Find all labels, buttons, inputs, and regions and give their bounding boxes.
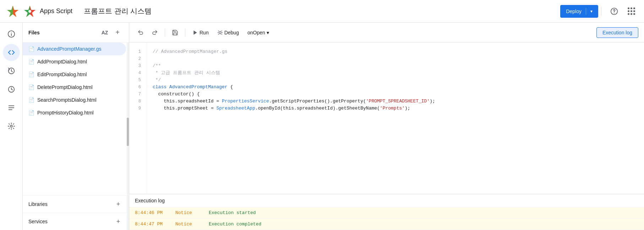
file-name-search-prompts: SearchPromptsDialog.html (37, 97, 97, 103)
deploy-chevron-icon: ▾ (590, 9, 593, 14)
log-time-2: 8:44:47 PM (135, 221, 167, 227)
debug-button[interactable]: Debug (214, 28, 242, 37)
file-list: 📄 AdvancedPromptManager.gs 📄 AddPromptDi… (23, 43, 129, 195)
executions-icon (7, 104, 15, 112)
function-dropdown-icon: ▾ (267, 30, 269, 35)
services-label: Services (28, 219, 113, 224)
run-icon (192, 30, 198, 35)
deploy-button[interactable]: Deploy ▾ (560, 5, 598, 18)
line-num-4: 4 (129, 69, 141, 77)
html-file-icon-1: 📄 (28, 59, 34, 64)
line-num-9: 9 (129, 105, 141, 112)
execution-log-entries: 8:44:46 PM Notice Execution started 8:44… (129, 207, 644, 230)
files-panel: Files AZ + 📄 AdvancedPromptManager.gs 📄 … (23, 23, 129, 230)
sidebar-icon-triggers[interactable] (3, 81, 20, 98)
editor-toolbar: Run Debug onOpen ▾ Execution log (129, 23, 644, 43)
line-num-8: 8 (129, 98, 141, 105)
header: Apps Script 프롬프트 관리 시스템 Deploy ▾ (0, 0, 644, 23)
line-num-1: 1 (129, 48, 141, 55)
run-label: Run (200, 30, 209, 35)
app-title: Apps Script (40, 7, 72, 15)
file-item-edit-prompt-dialog[interactable]: 📄 EditPromptDialog.html (23, 68, 126, 81)
history-icon (7, 67, 15, 75)
save-icon (172, 29, 178, 36)
log-time-1: 8:44:46 PM (135, 210, 167, 215)
sidebar-icons (0, 23, 23, 230)
sort-files-button[interactable]: AZ (99, 27, 110, 38)
logo: Apps Script (6, 4, 72, 18)
execution-log-button[interactable]: Execution log (596, 27, 638, 38)
log-level-1: Notice (175, 210, 200, 215)
info-icon (7, 30, 15, 38)
help-button[interactable] (607, 4, 621, 18)
services-section-header[interactable]: Services + (23, 213, 129, 230)
log-message-2: Execution completed (209, 221, 261, 227)
html-file-icon-3: 📄 (28, 84, 34, 90)
project-title: 프롬프트 관리 시스템 (84, 6, 152, 16)
debug-label: Debug (224, 30, 239, 35)
run-button[interactable]: Run (190, 28, 212, 37)
toolbar-separator-2 (185, 28, 185, 37)
gs-file-icon: 📄 (28, 46, 34, 52)
deploy-divider (586, 8, 586, 15)
html-file-icon-4: 📄 (28, 97, 34, 103)
file-item-prompt-history-dialog[interactable]: 📄 PromptHistoryDialog.html (23, 106, 126, 119)
log-entry-2: 8:44:47 PM Notice Execution completed (129, 219, 644, 230)
execution-log-panel: Execution log 8:44:46 PM Notice Executio… (129, 194, 644, 230)
sidebar-icon-code[interactable] (3, 44, 20, 61)
undo-button[interactable] (135, 27, 146, 38)
svg-point-6 (614, 13, 615, 13)
file-item-delete-prompt-dialog[interactable]: 📄 DeletePromptDialog.html (23, 81, 126, 94)
line-numbers: 1 2 3 4 5 6 7 8 9 (129, 43, 147, 194)
help-icon (610, 7, 618, 15)
file-item-add-prompt-dialog[interactable]: 📄 AddPromptDialog.html (23, 55, 126, 68)
file-name-advanced: AdvancedPromptManager.gs (37, 46, 102, 52)
files-header-icons: AZ + (99, 27, 123, 38)
scroll-thumb[interactable] (127, 118, 129, 146)
apps-menu-button[interactable] (624, 4, 638, 18)
line-num-2: 2 (129, 55, 141, 62)
clock-icon (7, 85, 15, 93)
sidebar-icon-settings[interactable] (3, 118, 20, 135)
log-message-1: Execution started (209, 210, 256, 215)
svg-point-17 (219, 32, 221, 33)
svg-point-15 (10, 125, 12, 127)
files-header: Files AZ + (23, 23, 129, 43)
redo-icon (152, 29, 158, 36)
file-name-delete-prompt: DeletePromptDialog.html (37, 84, 93, 90)
libraries-section-header[interactable]: Libraries + (23, 195, 129, 213)
file-item-search-prompts-dialog[interactable]: 📄 SearchPromptsDialog.html (23, 94, 126, 106)
exec-log-label: Execution log (602, 30, 632, 35)
add-service-button[interactable]: + (113, 217, 123, 226)
log-level-2: Notice (175, 221, 200, 227)
redo-button[interactable] (149, 27, 160, 38)
add-icon: + (115, 28, 120, 37)
file-item-advanced-prompt-manager[interactable]: 📄 AdvancedPromptManager.gs (23, 43, 126, 55)
undo-icon (137, 29, 144, 36)
sort-icon: AZ (102, 30, 108, 35)
apps-script-logo-simple (23, 5, 36, 18)
execution-log-title: Execution log (135, 198, 165, 203)
files-title: Files (28, 30, 99, 35)
sidebar-icon-info[interactable] (3, 26, 20, 43)
code-editor[interactable]: 1 2 3 4 5 6 7 8 9 // AdvancedPromptManag… (129, 43, 644, 194)
main-layout: Files AZ + 📄 AdvancedPromptManager.gs 📄 … (0, 23, 644, 230)
save-button[interactable] (169, 27, 181, 38)
log-entry-1: 8:44:46 PM Notice Execution started (129, 207, 644, 219)
deploy-label: Deploy (566, 9, 582, 14)
svg-point-9 (11, 32, 12, 33)
sidebar-icon-executions[interactable] (3, 99, 20, 116)
code-icon (7, 49, 15, 56)
svg-marker-16 (193, 30, 197, 35)
toolbar-separator-1 (165, 28, 165, 37)
sidebar-icon-history[interactable] (3, 62, 20, 79)
line-num-3: 3 (129, 62, 141, 69)
add-library-button[interactable]: + (113, 199, 123, 209)
function-selector[interactable]: onOpen ▾ (245, 28, 272, 37)
line-num-6: 6 (129, 84, 141, 91)
header-separator (601, 7, 601, 16)
code-text[interactable]: // AdvancedPromptManager.gs /** * 고급 프롬프… (147, 43, 644, 194)
debug-icon (217, 30, 223, 35)
add-file-button[interactable]: + (112, 27, 123, 38)
html-file-icon-2: 📄 (28, 72, 34, 77)
